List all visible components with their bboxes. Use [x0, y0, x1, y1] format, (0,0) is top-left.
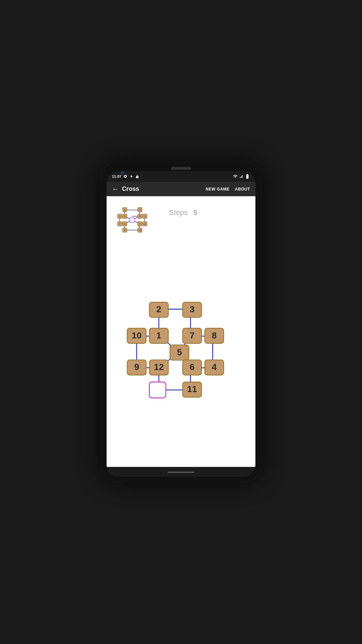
minimap: 1 2 3 4 5 6 7 8 9 [112, 202, 152, 238]
tile-5-label: 5 [177, 347, 182, 357]
new-game-button[interactable]: NEW GAME [205, 187, 229, 192]
status-bar: 11:07 [107, 171, 255, 182]
app-bar-left: ← Cross [112, 185, 139, 193]
tile-3-label: 3 [190, 304, 195, 314]
time-display: 11:07 [112, 174, 121, 178]
signal-icon [239, 174, 243, 179]
status-left: 11:07 [112, 174, 139, 178]
battery-icon [245, 174, 250, 179]
play-icon [129, 174, 133, 178]
tile-6-label: 6 [190, 362, 195, 372]
tile-12-label: 12 [154, 362, 164, 372]
lock-icon [135, 175, 139, 178]
wifi-icon [233, 174, 238, 179]
tile-11-label: 11 [187, 384, 197, 394]
game-content: 1 2 3 4 5 6 7 8 9 [107, 196, 255, 467]
steps-label: Steps [169, 208, 188, 217]
app-bar: ← Cross NEW GAME ABOUT [107, 182, 255, 196]
settings-icon [123, 174, 127, 178]
app-title: Cross [122, 185, 139, 193]
home-indicator[interactable] [168, 472, 194, 473]
phone-notch [171, 167, 191, 170]
about-button[interactable]: ABOUT [235, 187, 250, 192]
svg-text:12: 12 [139, 229, 141, 231]
tile-1-label: 1 [157, 330, 162, 340]
top-section: 1 2 3 4 5 6 7 8 9 [112, 202, 250, 238]
tile-7-label: 7 [190, 330, 195, 340]
empty-tile[interactable] [149, 382, 166, 398]
steps-display: Steps 5 [169, 208, 197, 217]
tile-4-label: 4 [212, 362, 217, 372]
phone-screen: 11:07 [107, 171, 255, 477]
steps-value: 5 [193, 208, 197, 217]
svg-text:10: 10 [144, 223, 146, 225]
back-button[interactable]: ← [112, 185, 119, 193]
svg-rect-42 [130, 218, 134, 222]
app-bar-actions: NEW GAME ABOUT [205, 187, 250, 192]
tile-2-label: 2 [157, 304, 162, 314]
phone-frame: 11:07 [101, 161, 261, 483]
tile-9-label: 9 [134, 362, 139, 372]
main-puzzle-area[interactable]: 2 3 10 1 7 8 [112, 245, 250, 462]
bottom-bar [107, 467, 255, 477]
tile-8-label: 8 [212, 330, 217, 340]
camera-dot [121, 171, 124, 174]
puzzle-svg[interactable]: 2 3 10 1 7 8 [124, 286, 238, 421]
tile-10-label: 10 [132, 330, 141, 340]
status-right [233, 174, 250, 179]
svg-text:11: 11 [124, 229, 126, 231]
